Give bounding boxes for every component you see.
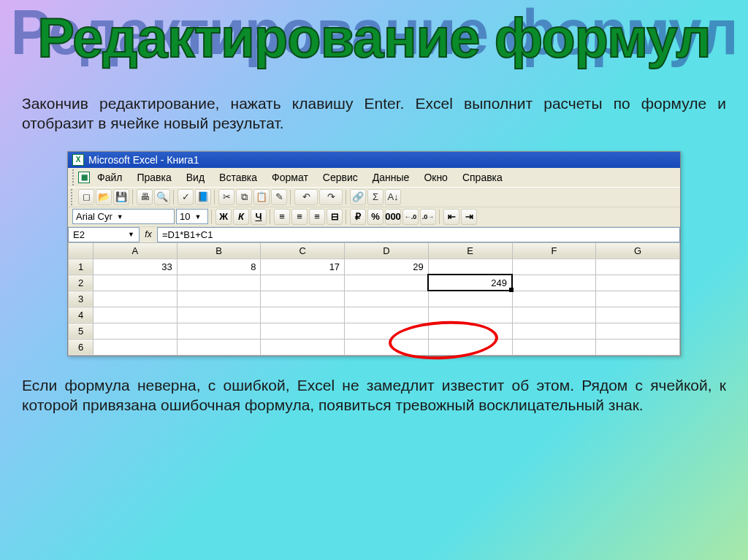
- menu-format[interactable]: Формат: [264, 169, 316, 185]
- cell[interactable]: [94, 275, 178, 291]
- cell[interactable]: [512, 307, 596, 323]
- cell[interactable]: [512, 291, 596, 307]
- font-size-selector[interactable]: 10 ▼: [176, 209, 208, 224]
- cell[interactable]: [177, 275, 261, 291]
- separator: [290, 190, 291, 204]
- cell[interactable]: [428, 291, 512, 307]
- col-header[interactable]: G: [596, 242, 680, 258]
- cell[interactable]: [345, 307, 429, 323]
- italic-button[interactable]: К: [233, 209, 249, 225]
- align-right-icon[interactable]: ≡: [309, 209, 325, 225]
- menu-file[interactable]: Файл: [90, 169, 129, 185]
- menu-insert[interactable]: Вставка: [212, 169, 264, 185]
- underline-button[interactable]: Ч: [251, 209, 267, 225]
- cell[interactable]: [596, 275, 680, 291]
- row-header[interactable]: 4: [69, 307, 94, 323]
- row-header[interactable]: 2: [69, 275, 94, 291]
- bold-button[interactable]: Ж: [215, 209, 232, 225]
- select-all-corner[interactable]: [69, 242, 94, 258]
- cell[interactable]: 33: [94, 258, 178, 275]
- row-header[interactable]: 1: [69, 258, 94, 275]
- print-icon[interactable]: 🖶: [137, 189, 153, 205]
- align-left-icon[interactable]: ≡: [274, 209, 290, 225]
- cell[interactable]: [261, 291, 345, 307]
- col-header[interactable]: C: [261, 242, 345, 258]
- cell[interactable]: [177, 307, 261, 323]
- col-header[interactable]: E: [428, 242, 512, 258]
- cell[interactable]: [596, 323, 680, 339]
- cut-icon[interactable]: ✂: [218, 189, 234, 205]
- percent-icon[interactable]: %: [367, 209, 383, 225]
- toolbar-handle-icon: [71, 189, 74, 205]
- indent-more-icon[interactable]: ⇥: [461, 209, 477, 225]
- thousands-icon[interactable]: 000: [385, 209, 401, 225]
- merge-icon[interactable]: ⊟: [327, 209, 343, 225]
- cell[interactable]: [596, 258, 680, 275]
- cell[interactable]: [94, 307, 178, 323]
- col-header[interactable]: F: [512, 242, 596, 258]
- preview-icon[interactable]: 🔍: [154, 189, 170, 205]
- menu-bar: ▦ Файл Правка Вид Вставка Формат Сервис …: [68, 168, 680, 187]
- menu-edit[interactable]: Правка: [129, 169, 178, 185]
- cell[interactable]: [261, 323, 345, 339]
- font-selector[interactable]: Arial Cyr ▼: [72, 209, 175, 224]
- cell[interactable]: [345, 275, 429, 291]
- spreadsheet-grid[interactable]: ABCDEFG1338172922493456: [68, 242, 680, 356]
- sum-icon[interactable]: Σ: [367, 189, 383, 205]
- menu-window[interactable]: Окно: [416, 169, 455, 185]
- col-header[interactable]: B: [177, 242, 261, 258]
- dec-less-icon[interactable]: ←.0: [402, 209, 419, 225]
- cell[interactable]: 8: [177, 258, 261, 275]
- formula-input[interactable]: =D1*B1+C1: [157, 227, 680, 242]
- undo-icon[interactable]: ↶: [294, 189, 318, 205]
- menu-data[interactable]: Данные: [365, 169, 417, 185]
- spell-icon[interactable]: ✓: [178, 189, 194, 205]
- cell[interactable]: 17: [261, 258, 345, 275]
- fx-icon[interactable]: fx: [140, 227, 157, 242]
- cell[interactable]: [596, 291, 680, 307]
- cell[interactable]: [512, 339, 596, 355]
- cell[interactable]: [261, 275, 345, 291]
- cell[interactable]: [177, 291, 261, 307]
- cell[interactable]: [261, 307, 345, 323]
- col-header[interactable]: D: [345, 242, 429, 258]
- row-header[interactable]: 3: [69, 291, 94, 307]
- cell[interactable]: [345, 291, 429, 307]
- cell[interactable]: [596, 307, 680, 323]
- row-header[interactable]: 6: [69, 339, 94, 355]
- menu-tools[interactable]: Сервис: [316, 169, 365, 185]
- new-icon[interactable]: ◻: [78, 189, 94, 205]
- cell[interactable]: 29: [345, 258, 429, 275]
- name-box[interactable]: E2 ▼: [68, 227, 140, 242]
- cell[interactable]: [94, 339, 178, 355]
- redo-icon[interactable]: ↷: [319, 189, 343, 205]
- format-painter-icon[interactable]: ✎: [271, 189, 287, 205]
- cell[interactable]: [261, 339, 345, 355]
- copy-icon[interactable]: ⧉: [236, 189, 252, 205]
- align-center-icon[interactable]: ≡: [291, 209, 308, 225]
- cell[interactable]: 249: [428, 275, 512, 291]
- menu-view[interactable]: Вид: [179, 169, 212, 185]
- currency-icon[interactable]: ₽: [350, 209, 366, 225]
- cell[interactable]: [428, 258, 512, 275]
- dec-more-icon[interactable]: .0→: [420, 209, 436, 225]
- open-icon[interactable]: 📂: [96, 189, 112, 205]
- row-header[interactable]: 5: [69, 323, 94, 339]
- cell[interactable]: [177, 323, 261, 339]
- cell[interactable]: [94, 291, 178, 307]
- cell[interactable]: [94, 323, 178, 339]
- save-icon[interactable]: 💾: [113, 189, 129, 205]
- cell[interactable]: [596, 339, 680, 355]
- hyperlink-icon[interactable]: 🔗: [350, 189, 366, 205]
- cell[interactable]: [512, 323, 596, 339]
- col-header[interactable]: A: [94, 242, 178, 258]
- cell[interactable]: [512, 275, 596, 291]
- menu-help[interactable]: Справка: [455, 169, 510, 185]
- cell[interactable]: [177, 339, 261, 355]
- paste-icon[interactable]: 📋: [253, 189, 270, 205]
- cell[interactable]: [428, 307, 512, 323]
- cell[interactable]: [512, 258, 596, 275]
- research-icon[interactable]: 📘: [195, 189, 211, 205]
- indent-less-icon[interactable]: ⇤: [443, 209, 459, 225]
- sort-icon[interactable]: A↓: [385, 189, 401, 205]
